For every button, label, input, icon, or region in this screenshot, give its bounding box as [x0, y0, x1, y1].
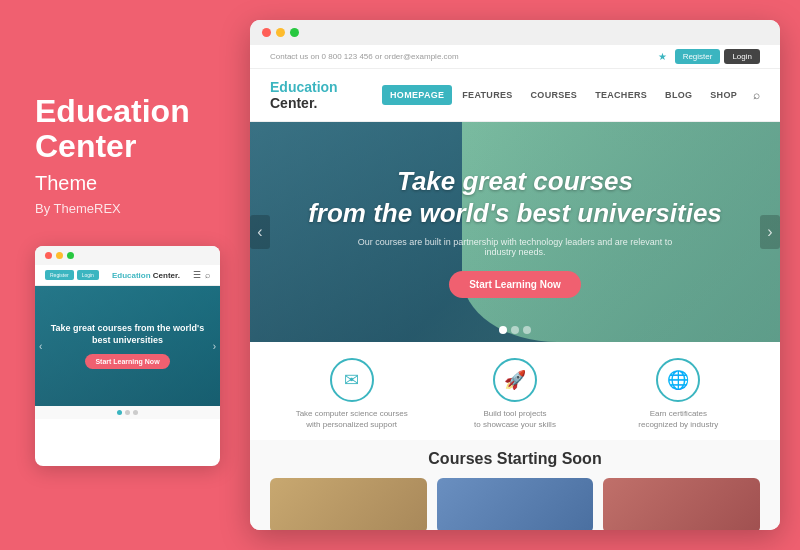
mobile-nav-icons: ☰ ⌕	[193, 270, 210, 280]
course-card-3[interactable]	[603, 478, 760, 530]
feature-item-3: 🌐 Earn certificates recognized by indust…	[597, 358, 760, 430]
theme-title: Education Center	[35, 94, 220, 164]
mobile-browser-chrome	[35, 246, 220, 265]
hero-arrow-right[interactable]: ›	[760, 215, 780, 249]
course-card-1[interactable]	[270, 478, 427, 530]
login-button[interactable]: Login	[724, 49, 760, 64]
main-wrapper: Education Center Theme By ThemeREX Regis…	[0, 0, 800, 550]
feature-text-1: Take computer science courses with perso…	[296, 408, 408, 430]
menu-item-homepage[interactable]: HOMEPAGE	[382, 85, 452, 105]
mobile-dot-3	[133, 410, 138, 415]
menu-item-blog[interactable]: BLOG	[657, 85, 700, 105]
mobile-dot-2	[125, 410, 130, 415]
site-top-bar: Contact us on 0 800 123 456 or order@exa…	[250, 45, 780, 69]
browser-dot-minimize[interactable]	[276, 28, 285, 37]
search-icon[interactable]: ⌕	[753, 88, 760, 102]
register-button[interactable]: Register	[675, 49, 721, 64]
site-logo: Education Center.	[270, 79, 382, 111]
browser-chrome	[250, 20, 780, 45]
mobile-dot-red	[45, 252, 52, 259]
mobile-dot-yellow	[56, 252, 63, 259]
courses-grid	[270, 478, 760, 530]
contact-info: Contact us on 0 800 123 456 or order@exa…	[270, 52, 459, 61]
hero-subtitle: Our courses are built in partnership wit…	[355, 237, 675, 257]
mobile-login-btn[interactable]: Login	[77, 270, 99, 280]
site-menu: HOMEPAGE FEATURES COURSES TEACHERS BLOG …	[382, 85, 760, 105]
browser-dot-maximize[interactable]	[290, 28, 299, 37]
mobile-hero-section: ‹ Take great courses from the world's be…	[35, 286, 220, 406]
hero-section: ‹ Take great courses from the world's be…	[250, 122, 780, 342]
feature-icon-email: ✉	[330, 358, 374, 402]
top-bar-buttons: ★ Register Login	[658, 49, 760, 64]
star-icon: ★	[658, 51, 667, 62]
hero-dot-1[interactable]	[499, 326, 507, 334]
feature-item-2: 🚀 Build tool projects to showcase your s…	[433, 358, 596, 430]
feature-text-3: Earn certificates recognized by industry	[638, 408, 718, 430]
feature-icon-globe: 🌐	[656, 358, 700, 402]
course-card-2[interactable]	[437, 478, 594, 530]
hero-slide-dots	[499, 326, 531, 334]
mobile-cta-button[interactable]: Start Learning Now	[85, 354, 169, 369]
feature-item-1: ✉ Take computer science courses with per…	[270, 358, 433, 430]
courses-section: Courses Starting Soon	[250, 440, 780, 530]
browser-preview: Contact us on 0 800 123 456 or order@exa…	[250, 20, 780, 530]
menu-item-courses[interactable]: COURSES	[523, 85, 586, 105]
feature-icon-rocket: 🚀	[493, 358, 537, 402]
browser-content: Contact us on 0 800 123 456 or order@exa…	[250, 45, 780, 530]
mobile-arrow-right[interactable]: ›	[213, 341, 216, 352]
mobile-dot-green	[67, 252, 74, 259]
hero-dot-3[interactable]	[523, 326, 531, 334]
hero-cta-button[interactable]: Start Learning Now	[449, 271, 581, 298]
theme-subtitle: Theme	[35, 172, 220, 195]
mobile-dot-1	[117, 410, 122, 415]
menu-item-features[interactable]: FEATURES	[454, 85, 520, 105]
menu-item-shop[interactable]: SHOP	[702, 85, 745, 105]
hero-title: Take great courses from the world's best…	[308, 166, 722, 228]
site-navigation: Education Center. HOMEPAGE FEATURES COUR…	[250, 69, 780, 122]
mobile-hero-text: Take great courses from the world's best…	[45, 323, 210, 346]
courses-section-title: Courses Starting Soon	[270, 450, 760, 468]
feature-text-2: Build tool projects to showcase your ski…	[474, 408, 556, 430]
mobile-logo: Education Center.	[112, 271, 180, 280]
mobile-register-btn[interactable]: Register	[45, 270, 74, 280]
theme-author: By ThemeREX	[35, 201, 220, 216]
hero-background	[462, 122, 780, 342]
menu-item-teachers[interactable]: TEACHERS	[587, 85, 655, 105]
mobile-slide-dots	[35, 406, 220, 419]
mobile-arrow-left[interactable]: ‹	[39, 341, 42, 352]
mobile-nav-buttons: Register Login	[45, 270, 99, 280]
features-section: ✉ Take computer science courses with per…	[250, 342, 780, 440]
browser-dot-close[interactable]	[262, 28, 271, 37]
hero-arrow-left[interactable]: ‹	[250, 215, 270, 249]
mobile-preview: Register Login Education Center. ☰ ⌕ ‹ T…	[35, 246, 220, 466]
hero-dot-2[interactable]	[511, 326, 519, 334]
left-panel: Education Center Theme By ThemeREX Regis…	[0, 54, 250, 496]
mobile-nav-bar: Register Login Education Center. ☰ ⌕	[35, 265, 220, 286]
mobile-menu-icon[interactable]: ☰	[193, 270, 201, 280]
mobile-search-icon[interactable]: ⌕	[205, 270, 210, 280]
